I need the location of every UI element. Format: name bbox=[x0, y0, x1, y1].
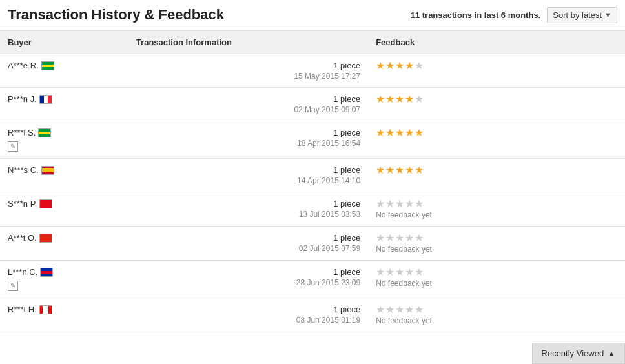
feedback-cell: ★★★★★ bbox=[368, 121, 625, 159]
star-rating: ★★★★★ bbox=[376, 61, 617, 71]
star-filled-icon: ★ bbox=[405, 61, 414, 71]
table-row: S***n P.1 piece13 Jul 2015 03:53★★★★★No … bbox=[0, 192, 625, 227]
up-arrow-icon: ▲ bbox=[608, 349, 615, 358]
table-row: R***t H.1 piece08 Jun 2015 01:19★★★★★No … bbox=[0, 298, 625, 332]
feedback-cell: ★★★★★ bbox=[368, 54, 625, 88]
star-empty-icon: ★ bbox=[415, 305, 424, 315]
buyer-name: A***t O. bbox=[8, 233, 37, 243]
transaction-count: 11 transactions in last 6 months. bbox=[411, 10, 541, 20]
star-filled-icon: ★ bbox=[395, 61, 404, 71]
buyer-cell: L***n C.✎ bbox=[0, 261, 128, 298]
buyer-cell: N***s C. bbox=[0, 159, 128, 192]
star-rating: ★★★★★ bbox=[376, 267, 617, 278]
tx-piece: 1 piece bbox=[136, 199, 360, 208]
table-row: L***n C.✎1 piece28 Jun 2015 23:09★★★★★No… bbox=[0, 261, 625, 298]
tx-piece: 1 piece bbox=[136, 94, 360, 104]
star-empty-icon: ★ bbox=[395, 199, 404, 209]
tx-piece: 1 piece bbox=[136, 267, 360, 277]
star-empty-icon: ★ bbox=[385, 233, 394, 243]
star-empty-icon: ★ bbox=[395, 305, 404, 315]
star-filled-icon: ★ bbox=[395, 165, 404, 176]
star-empty-icon: ★ bbox=[376, 233, 385, 243]
star-empty-icon: ★ bbox=[385, 199, 394, 209]
star-empty-icon: ★ bbox=[376, 199, 385, 209]
buyer-name: L***n C. bbox=[8, 267, 37, 277]
no-feedback-text: No feedback yet bbox=[376, 316, 617, 325]
table-row: A***t O.1 piece02 Jul 2015 07:59★★★★★No … bbox=[0, 227, 625, 261]
transaction-info-cell: 1 piece15 May 2015 17:27 bbox=[128, 54, 368, 88]
star-empty-icon: ★ bbox=[415, 61, 424, 71]
header-right: 11 transactions in last 6 months. Sort b… bbox=[411, 7, 617, 23]
sort-label: Sort by latest bbox=[553, 10, 602, 20]
flag-icon bbox=[38, 128, 51, 137]
star-empty-icon: ★ bbox=[405, 199, 414, 209]
star-rating: ★★★★★ bbox=[376, 165, 617, 176]
buyer-cell: S***n P. bbox=[0, 192, 128, 227]
transaction-info-cell: 1 piece28 Jun 2015 23:09 bbox=[128, 261, 368, 298]
star-filled-icon: ★ bbox=[376, 61, 385, 71]
no-feedback-text: No feedback yet bbox=[376, 245, 617, 254]
flag-icon bbox=[39, 305, 52, 314]
sort-button[interactable]: Sort by latest ▼ bbox=[547, 7, 617, 23]
no-feedback-text: No feedback yet bbox=[376, 279, 617, 288]
tx-piece: 1 piece bbox=[136, 128, 360, 137]
table-row: R***l S.✎1 piece18 Apr 2015 16:54★★★★★ bbox=[0, 121, 625, 159]
feedback-cell: ★★★★★No feedback yet bbox=[368, 192, 625, 227]
star-empty-icon: ★ bbox=[415, 267, 424, 278]
tx-date: 08 Jun 2015 01:19 bbox=[136, 316, 360, 325]
tx-piece: 1 piece bbox=[136, 305, 360, 314]
star-filled-icon: ★ bbox=[376, 128, 385, 138]
table-row: A***e R.1 piece15 May 2015 17:27★★★★★ bbox=[0, 54, 625, 88]
star-rating: ★★★★★ bbox=[376, 199, 617, 209]
transaction-info-cell: 1 piece02 Jul 2015 07:59 bbox=[128, 227, 368, 261]
star-empty-icon: ★ bbox=[376, 305, 385, 315]
star-empty-icon: ★ bbox=[405, 305, 414, 315]
buyer-cell: A***e R. bbox=[0, 54, 128, 88]
tx-date: 28 Jun 2015 23:09 bbox=[136, 278, 360, 287]
buyer-name: S***n P. bbox=[8, 199, 37, 208]
recently-viewed-label: Recently Viewed bbox=[542, 349, 604, 358]
star-filled-icon: ★ bbox=[385, 94, 394, 105]
tx-date: 02 May 2015 09:07 bbox=[136, 105, 360, 114]
star-empty-icon: ★ bbox=[395, 233, 404, 243]
star-rating: ★★★★★ bbox=[376, 233, 617, 243]
star-empty-icon: ★ bbox=[415, 233, 424, 243]
star-filled-icon: ★ bbox=[395, 128, 404, 138]
tx-date: 13 Jul 2015 03:53 bbox=[136, 210, 360, 219]
tx-date: 02 Jul 2015 07:59 bbox=[136, 244, 360, 253]
flag-icon bbox=[40, 268, 53, 277]
transaction-info-cell: 1 piece14 Apr 2015 14:10 bbox=[128, 159, 368, 192]
flag-icon bbox=[41, 166, 54, 175]
star-empty-icon: ★ bbox=[415, 199, 424, 209]
star-empty-icon: ★ bbox=[415, 94, 424, 105]
star-rating: ★★★★★ bbox=[376, 94, 617, 105]
flag-icon bbox=[41, 61, 54, 70]
no-feedback-text: No feedback yet bbox=[376, 210, 617, 219]
star-filled-icon: ★ bbox=[385, 128, 394, 138]
recently-viewed-button[interactable]: Recently Viewed ▲ bbox=[532, 343, 625, 364]
star-filled-icon: ★ bbox=[385, 61, 394, 71]
star-filled-icon: ★ bbox=[415, 128, 424, 138]
star-filled-icon: ★ bbox=[376, 94, 385, 105]
buyer-name: A***e R. bbox=[8, 61, 39, 70]
page-header: Transaction History & Feedback 11 transa… bbox=[0, 0, 625, 31]
edit-icon[interactable]: ✎ bbox=[8, 281, 18, 291]
col-transaction: Transaction Information bbox=[128, 31, 368, 54]
table-row: P***n J.1 piece02 May 2015 09:07★★★★★ bbox=[0, 88, 625, 121]
flag-icon bbox=[39, 199, 52, 208]
tx-piece: 1 piece bbox=[136, 165, 360, 175]
transaction-info-cell: 1 piece02 May 2015 09:07 bbox=[128, 88, 368, 121]
feedback-cell: ★★★★★No feedback yet bbox=[368, 298, 625, 332]
col-feedback: Feedback bbox=[368, 31, 625, 54]
star-empty-icon: ★ bbox=[385, 267, 394, 278]
edit-icon[interactable]: ✎ bbox=[8, 141, 18, 152]
buyer-name: R***t H. bbox=[8, 305, 37, 314]
transaction-info-cell: 1 piece18 Apr 2015 16:54 bbox=[128, 121, 368, 159]
buyer-cell: A***t O. bbox=[0, 227, 128, 261]
transaction-info-cell: 1 piece08 Jun 2015 01:19 bbox=[128, 298, 368, 332]
star-filled-icon: ★ bbox=[376, 165, 385, 176]
flag-icon bbox=[39, 234, 52, 243]
star-filled-icon: ★ bbox=[405, 128, 414, 138]
star-empty-icon: ★ bbox=[385, 305, 394, 315]
star-empty-icon: ★ bbox=[405, 233, 414, 243]
